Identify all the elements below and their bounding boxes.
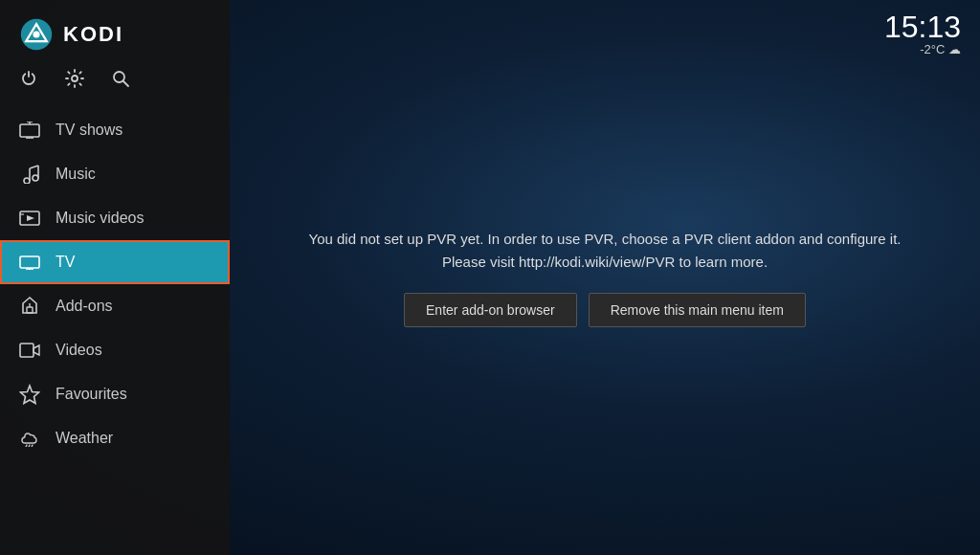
weather-icon bbox=[19, 428, 40, 449]
sidebar-item-videos[interactable]: Videos bbox=[0, 328, 230, 372]
sidebar-item-music-videos[interactable]: Music videos bbox=[0, 196, 230, 240]
sidebar-item-tv-shows-label: TV shows bbox=[56, 122, 122, 139]
pvr-message-text: You did not set up PVR yet. In order to … bbox=[309, 228, 902, 274]
pvr-message-box: You did not set up PVR yet. In order to … bbox=[290, 209, 921, 346]
videos-icon bbox=[19, 340, 40, 361]
tv-icon bbox=[19, 252, 40, 273]
svg-line-27 bbox=[26, 445, 27, 447]
power-icon[interactable] bbox=[19, 69, 38, 93]
svg-marker-17 bbox=[27, 215, 34, 221]
sidebar-item-tv[interactable]: TV bbox=[0, 240, 230, 284]
sidebar-item-music-label: Music bbox=[56, 166, 96, 183]
app-title: KODI bbox=[63, 22, 123, 47]
enter-addon-browser-button[interactable]: Enter add-on browser bbox=[404, 293, 577, 327]
music-icon bbox=[19, 164, 40, 185]
svg-line-28 bbox=[29, 445, 30, 447]
sidebar: KODI bbox=[0, 0, 230, 555]
sidebar-item-add-ons-label: Add-ons bbox=[56, 298, 113, 315]
clock-weather: -2°C ☁ bbox=[884, 42, 961, 56]
svg-rect-7 bbox=[20, 124, 39, 137]
svg-rect-22 bbox=[27, 307, 33, 313]
svg-point-11 bbox=[24, 178, 30, 184]
sidebar-item-tv-shows[interactable]: TV shows bbox=[0, 108, 230, 152]
clock-area: 15:13 -2°C ☁ bbox=[884, 11, 961, 56]
svg-line-6 bbox=[123, 81, 128, 86]
music-videos-icon bbox=[19, 208, 40, 229]
sidebar-item-favourites-label: Favourites bbox=[56, 386, 127, 403]
main-content: 15:13 -2°C ☁ You did not set up PVR yet.… bbox=[230, 0, 980, 555]
sidebar-item-weather[interactable]: Weather bbox=[0, 416, 230, 460]
sidebar-item-add-ons[interactable]: Add-ons bbox=[0, 284, 230, 328]
tv-shows-icon bbox=[19, 120, 40, 141]
logo-area: KODI bbox=[0, 0, 230, 61]
search-icon[interactable] bbox=[111, 69, 130, 93]
svg-rect-24 bbox=[20, 344, 33, 357]
main-nav: TV shows Music bbox=[0, 108, 230, 460]
favourites-icon bbox=[19, 384, 40, 405]
pvr-message-line1: You did not set up PVR yet. In order to … bbox=[309, 231, 902, 247]
addons-icon bbox=[19, 296, 40, 317]
svg-point-5 bbox=[114, 72, 124, 82]
svg-marker-25 bbox=[33, 345, 39, 355]
svg-point-4 bbox=[72, 76, 78, 81]
settings-icon[interactable] bbox=[65, 69, 84, 93]
center-area: You did not set up PVR yet. In order to … bbox=[230, 0, 980, 555]
sidebar-item-videos-label: Videos bbox=[56, 342, 102, 359]
sidebar-item-music-videos-label: Music videos bbox=[56, 210, 144, 227]
kodi-logo-icon bbox=[19, 17, 54, 52]
sidebar-item-weather-label: Weather bbox=[56, 430, 113, 447]
svg-marker-26 bbox=[21, 386, 39, 404]
svg-line-15 bbox=[30, 166, 38, 168]
svg-rect-19 bbox=[20, 256, 39, 268]
svg-point-12 bbox=[33, 175, 38, 181]
svg-line-29 bbox=[32, 445, 33, 447]
svg-point-2 bbox=[33, 31, 39, 37]
sidebar-item-tv-label: TV bbox=[56, 254, 75, 271]
clock-time: 15:13 bbox=[884, 11, 961, 42]
pvr-buttons: Enter add-on browser Remove this main me… bbox=[309, 293, 902, 327]
sidebar-item-music[interactable]: Music bbox=[0, 152, 230, 196]
system-icons-bar bbox=[0, 61, 230, 108]
sidebar-item-favourites[interactable]: Favourites bbox=[0, 372, 230, 416]
remove-menu-item-button[interactable]: Remove this main menu item bbox=[589, 293, 806, 327]
pvr-message-line2: Please visit http://kodi.wiki/view/PVR t… bbox=[442, 254, 768, 270]
